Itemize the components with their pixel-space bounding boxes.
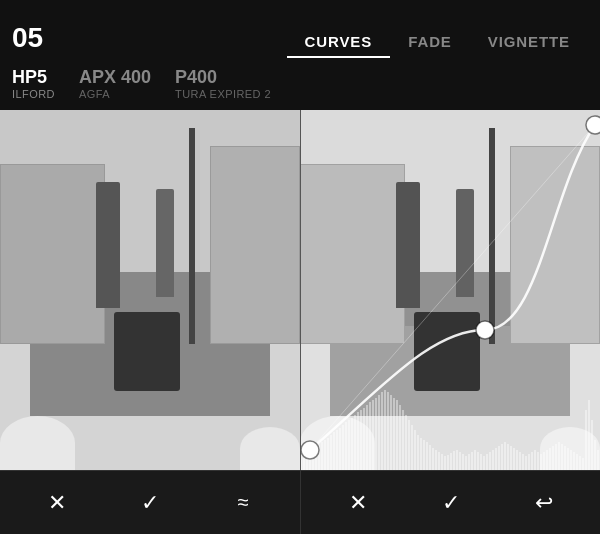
- top-bar: 05 CURVES FADE VIGNETTE: [0, 0, 600, 58]
- left-photo-panel: [0, 110, 300, 470]
- biker-left: [114, 312, 180, 391]
- bottom-bar: ✕ ✓ ≈ ✕ ✓ ↩: [0, 470, 600, 534]
- film-name-p400: P400: [175, 68, 271, 88]
- pole-left: [189, 128, 195, 344]
- biker-right: [414, 312, 480, 391]
- tree2-right: [456, 189, 474, 297]
- bottom-left-controls: ✕ ✓ ≈: [0, 471, 300, 534]
- tab-curves[interactable]: CURVES: [287, 25, 391, 58]
- pole-right: [489, 128, 495, 344]
- photo-scene-left: [0, 110, 300, 470]
- film-brand-apx: AGFA: [79, 88, 151, 100]
- cancel-right-button[interactable]: ✕: [336, 481, 380, 525]
- main-content: [0, 110, 600, 470]
- tabs: CURVES FADE VIGNETTE: [287, 8, 588, 58]
- undo-button[interactable]: ↩: [522, 481, 566, 525]
- tree2-left: [156, 189, 174, 297]
- left-photo: [0, 110, 300, 470]
- snow-left-r: [300, 416, 375, 470]
- panel-divider: [300, 110, 301, 470]
- right-photo: [300, 110, 600, 470]
- snow-right-r: [540, 427, 600, 470]
- compare-button[interactable]: ≈: [221, 481, 265, 525]
- film-brand-hp5: ILFORD: [12, 88, 55, 100]
- tree1-right: [396, 182, 420, 308]
- right-photo-panel: [300, 110, 600, 470]
- film-item-apx[interactable]: APX 400 AGFA: [79, 68, 151, 100]
- tab-vignette[interactable]: VIGNETTE: [470, 25, 588, 58]
- film-item-hp5[interactable]: HP5 ILFORD: [12, 68, 55, 100]
- building-left-l: [0, 164, 105, 344]
- cancel-left-button[interactable]: ✕: [35, 481, 79, 525]
- film-name-hp5: HP5: [12, 68, 55, 88]
- snow-left-l: [0, 416, 75, 470]
- film-row: HP5 ILFORD APX 400 AGFA P400 TURA EXPIRE…: [0, 58, 600, 110]
- photo-scene-right: [300, 110, 600, 470]
- tab-fade[interactable]: FADE: [390, 25, 470, 58]
- confirm-right-button[interactable]: ✓: [429, 481, 473, 525]
- film-brand-p400: TURA EXPIRED 2: [175, 88, 271, 100]
- building-right-r: [510, 146, 600, 344]
- film-number: 05: [12, 22, 43, 58]
- film-name-apx: APX 400: [79, 68, 151, 88]
- building-right-l: [210, 146, 300, 344]
- snow-right-l: [240, 427, 300, 470]
- confirm-left-button[interactable]: ✓: [128, 481, 172, 525]
- film-item-p400[interactable]: P400 TURA EXPIRED 2: [175, 68, 271, 100]
- tree1-left: [96, 182, 120, 308]
- building-left-r: [300, 164, 405, 344]
- bottom-right-controls: ✕ ✓ ↩: [300, 471, 600, 534]
